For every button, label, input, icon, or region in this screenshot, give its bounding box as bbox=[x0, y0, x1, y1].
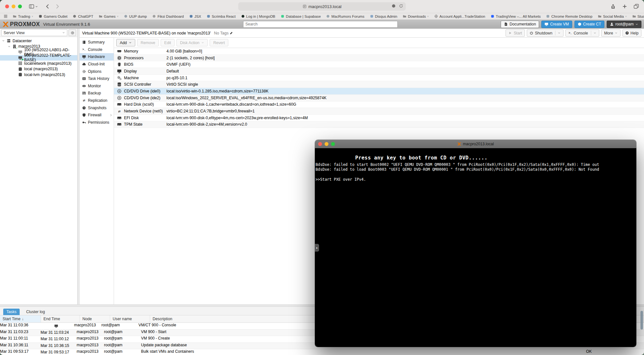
hardware-row[interactable]: ⇄Network Device (net0)virtio=BC:24:11:D1… bbox=[114, 108, 644, 115]
bookmark-item[interactable]: ChatGPT bbox=[73, 14, 93, 18]
bookmark-item[interactable]: TradingView –... All Markets bbox=[491, 14, 541, 18]
reload-icon[interactable] bbox=[399, 4, 403, 8]
close-window-button[interactable] bbox=[5, 5, 9, 8]
bookmark-item[interactable]: Database | Supabase bbox=[281, 14, 321, 18]
shutdown-button[interactable]: Shutdown bbox=[527, 29, 564, 37]
storage-glyph-icon bbox=[18, 72, 23, 77]
hardware-row[interactable]: Hard Disk (scsi0)local-lvm:vm-900-disk-1… bbox=[114, 101, 644, 108]
device-name: CD/DVD Drive (ide0) bbox=[124, 89, 166, 93]
hardware-row[interactable]: DisplayDefault bbox=[114, 68, 644, 75]
share-icon[interactable] bbox=[611, 4, 616, 9]
add-button[interactable]: Add bbox=[116, 39, 135, 46]
console-screen[interactable]: Press any key to boot from CD or DVD....… bbox=[315, 148, 636, 347]
bookmark-item[interactable]: Scrimba React bbox=[207, 14, 236, 18]
tree-item[interactable]: local (macpro2013) bbox=[0, 66, 77, 72]
tab-cloud-init[interactable]: Cloud-Init bbox=[80, 61, 114, 68]
tab-overview-icon[interactable] bbox=[634, 4, 639, 9]
menu-item-label: Summary bbox=[88, 40, 105, 44]
chevron-down-icon bbox=[635, 23, 638, 26]
documentation-button[interactable]: Documentation bbox=[501, 21, 539, 28]
console-minimize-button[interactable] bbox=[325, 142, 328, 146]
hardware-row[interactable]: CD/DVD Drive (ide2)local:iso/Windows_202… bbox=[114, 95, 644, 101]
tab-hardware[interactable]: Hardware bbox=[80, 53, 114, 61]
column-header[interactable]: Start Time↓ bbox=[0, 315, 41, 322]
bookmark-item[interactable]: Fiksi Dashboard bbox=[152, 14, 184, 18]
more-button[interactable]: More bbox=[601, 29, 620, 37]
zoom-window-button[interactable] bbox=[18, 5, 22, 8]
task-user: root@pam bbox=[104, 336, 141, 342]
tab-cluster-log[interactable]: Cluster log bbox=[23, 309, 48, 315]
menu-item-label: Cloud-Init bbox=[88, 62, 105, 66]
address-bar[interactable]: macpro2013.local bbox=[238, 2, 406, 11]
sidebar-toggle-button[interactable] bbox=[29, 4, 38, 9]
hardware-row[interactable]: Processors2 (1 sockets, 2 cores) [host] bbox=[114, 55, 644, 62]
create-ct-button[interactable]: Create CT bbox=[574, 21, 604, 28]
tab-task-history[interactable]: Task History bbox=[80, 75, 114, 82]
bookmark-item[interactable]: Account Appli...TradeStation bbox=[434, 14, 485, 18]
search-input[interactable] bbox=[243, 21, 398, 28]
sitecircle-icon bbox=[241, 14, 245, 18]
hardware-row[interactable]: CD/DVD Drive (ide0)local:iso/virtio-win-… bbox=[114, 88, 644, 95]
create-vm-button[interactable]: Create VM bbox=[541, 21, 572, 28]
bookmark-item[interactable]: Trading∨ bbox=[13, 14, 33, 18]
tab-permissions[interactable]: Permissions bbox=[80, 119, 114, 126]
tree-item[interactable]: localnetwork (macpro2013) bbox=[0, 61, 77, 66]
tab-snapshots[interactable]: Snapshots bbox=[80, 104, 114, 111]
column-header[interactable]: End Time bbox=[41, 315, 80, 322]
bookmark-item[interactable]: JSX bbox=[189, 14, 201, 18]
user-menu-button[interactable]: root@pam bbox=[607, 21, 641, 28]
column-header[interactable]: Node bbox=[80, 315, 110, 322]
bookmark-item[interactable] bbox=[4, 14, 7, 18]
tree-item[interactable]: ▶900 (WS2022-TEMPLATE-BASE) bbox=[0, 55, 77, 61]
website-settings-icon[interactable] bbox=[392, 4, 396, 8]
bookmark-item[interactable]: UUP dump bbox=[124, 14, 147, 18]
help-button[interactable]: ?Help bbox=[622, 29, 641, 37]
console-zoom-button[interactable] bbox=[331, 142, 335, 146]
novnc-control-handle[interactable]: ▶ bbox=[315, 244, 319, 252]
tags-editor[interactable]: No Tags bbox=[214, 31, 233, 35]
bookmark-item[interactable]: Studie∨ bbox=[632, 14, 644, 18]
scrollbar-thumb[interactable] bbox=[640, 311, 643, 330]
tab-console[interactable]: >_Console bbox=[80, 46, 114, 53]
table-row[interactable]: Mar 31 09:53:17Mar 31 09:53:17macpro2013… bbox=[0, 349, 644, 355]
minimize-window-button[interactable] bbox=[12, 5, 15, 8]
console-titlebar[interactable]: macpro2013.local bbox=[315, 140, 636, 148]
tab-options[interactable]: Options bbox=[80, 68, 114, 75]
bookmark-item[interactable]: Chrome Remote Desktop bbox=[546, 14, 592, 18]
hardware-row[interactable]: TPM Statelocal-lvm:vm-900-disk-2,size=4M… bbox=[114, 121, 644, 128]
bookmark-item[interactable]: Gamers Outlet bbox=[39, 14, 67, 18]
new-tab-icon[interactable] bbox=[622, 4, 627, 9]
bookmark-item[interactable]: Downloads∨ bbox=[403, 14, 429, 18]
hardware-row[interactable]: Memory4.00 GiB [balloon=0] bbox=[114, 48, 644, 55]
console-close-button[interactable] bbox=[318, 142, 322, 146]
tab-backup[interactable]: Backup bbox=[80, 90, 114, 97]
hardware-row[interactable]: EFI Disklocal-lvm:vm-900-disk-0,efitype=… bbox=[114, 115, 644, 121]
tab-tasks[interactable]: Tasks bbox=[3, 309, 20, 315]
tab-replication[interactable]: ⇄Replication bbox=[80, 97, 114, 104]
button-label: Help bbox=[630, 31, 639, 35]
bookmark-item[interactable]: Social Media∨ bbox=[598, 14, 627, 18]
floppy-icon bbox=[82, 91, 86, 95]
view-selector[interactable]: Server View bbox=[1, 29, 67, 36]
back-button[interactable] bbox=[45, 4, 50, 9]
tree-item[interactable]: local-lvm (macpro2013) bbox=[0, 72, 77, 78]
bookmark-item[interactable]: Games∨ bbox=[99, 14, 119, 18]
tree-item[interactable]: Datacenter bbox=[0, 38, 77, 44]
bookmark-item[interactable]: Disqus Admin bbox=[370, 14, 397, 18]
monitor-icon bbox=[54, 324, 58, 328]
column-header[interactable]: User name bbox=[110, 315, 150, 322]
hardware-row[interactable]: BIOSOVMF (UEFI) bbox=[114, 61, 644, 68]
console-button[interactable]: >_Console bbox=[565, 29, 599, 37]
reader-icon bbox=[303, 5, 307, 8]
console-line: Press any key to boot from CD or DVD....… bbox=[315, 155, 636, 161]
content-titlebar: Virtual Machine 900 (WS2022-TEMPLATE-BAS… bbox=[80, 29, 644, 38]
tab-firewall[interactable]: Firewall bbox=[80, 111, 114, 119]
tab-summary[interactable]: Summary bbox=[80, 39, 114, 46]
hardware-row[interactable]: SCSI ControllerVirtIO SCSI single bbox=[114, 81, 644, 88]
forward-button[interactable] bbox=[55, 4, 60, 9]
hardware-row[interactable]: Machinepc-q35-10.1 bbox=[114, 75, 644, 82]
tree-settings-button[interactable] bbox=[69, 29, 76, 36]
bookmark-item[interactable]: Log in | MongoDB bbox=[241, 14, 275, 18]
bookmark-item[interactable]: MacRumors Forums bbox=[326, 14, 364, 18]
tab-monitor[interactable]: Monitor bbox=[80, 82, 114, 90]
